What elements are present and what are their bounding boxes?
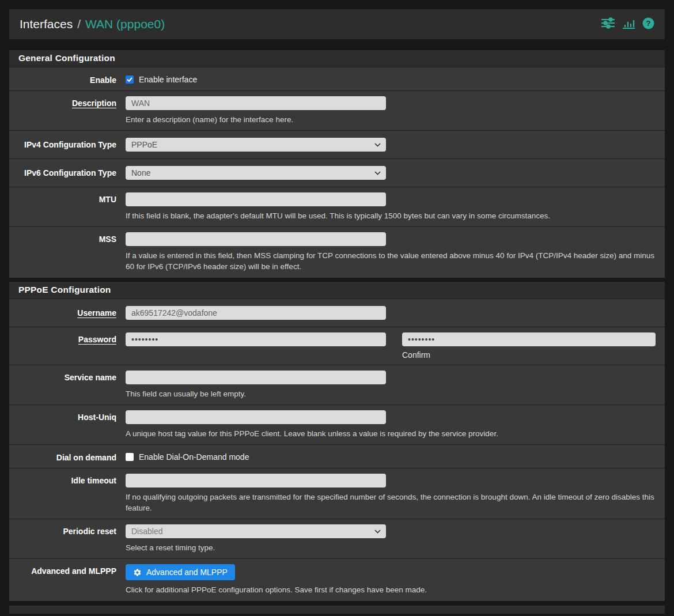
field-label: MTU (9, 192, 126, 221)
breadcrumb-section: Interfaces (20, 17, 73, 31)
row-enable: Enable Enable interface (9, 67, 665, 90)
field-help: If no qualifying outgoing packets are tr… (126, 492, 656, 513)
username-input[interactable] (126, 306, 386, 320)
panel-pppoe-configuration: PPPoE Configuration Username Password Co… (9, 282, 665, 601)
mtu-input[interactable] (126, 192, 386, 206)
advanced-and-mlppp-button[interactable]: Advanced and MLPPP (126, 564, 235, 580)
field-help: If this field is blank, the adapter's de… (126, 210, 656, 221)
button-label: Advanced and MLPPP (146, 568, 228, 577)
bar-chart-icon[interactable] (623, 17, 635, 31)
field-help: Click for additional PPPoE configuration… (126, 584, 656, 595)
sliders-icon[interactable] (601, 17, 615, 31)
next-panel-header-partial (9, 606, 665, 614)
field-help: Enter a description (name) for the inter… (126, 114, 656, 125)
row-host-uniq: Host-Uniq A unique host tag value for th… (9, 405, 665, 444)
panel-general-configuration: General Configuration Enable Enable inte… (9, 50, 665, 278)
header-toolbar: ? (601, 17, 654, 32)
field-label: Password (9, 332, 126, 360)
field-help: This field can usually be left empty. (126, 388, 656, 399)
svg-text:?: ? (646, 19, 651, 28)
ipv4-configuration-type-select[interactable]: PPPoE (126, 138, 386, 152)
host-uniq-input[interactable] (126, 410, 386, 424)
idle-timeout-input[interactable] (126, 474, 386, 487)
row-dial-on-demand: Dial on demand Enable Dial-On-Demand mod… (9, 444, 665, 468)
field-help: A unique host tag value for this PPPoE c… (126, 428, 656, 439)
gear-icon (133, 568, 142, 577)
service-name-input[interactable] (126, 371, 386, 384)
row-ipv4-configuration-type: IPv4 Configuration Type PPPoE (9, 130, 665, 158)
field-help: If a value is entered in this field, the… (126, 250, 656, 272)
row-password: Password Confirm (9, 327, 665, 365)
enable-interface-checkbox[interactable] (126, 75, 134, 84)
field-label: Dial on demand (9, 451, 126, 462)
field-label: Periodic reset (9, 524, 126, 553)
mss-input[interactable] (126, 232, 386, 246)
password-confirm-input[interactable] (402, 332, 656, 346)
field-help: Select a reset timing type. (126, 542, 656, 553)
field-label: Username (9, 306, 126, 320)
checkbox-label: Enable interface (139, 75, 197, 84)
breadcrumb-separator: / (77, 17, 81, 31)
row-mss: MSS If a value is entered in this field,… (9, 226, 665, 277)
password-input[interactable] (126, 332, 386, 346)
confirm-label: Confirm (402, 350, 656, 360)
row-ipv6-configuration-type: IPv6 Configuration Type None (9, 158, 665, 187)
breadcrumb-bar: Interfaces/WAN (pppoe0) (9, 9, 665, 39)
row-service-name: Service name This field can usually be l… (9, 365, 665, 405)
breadcrumb: Interfaces/WAN (pppoe0) (20, 17, 165, 31)
field-label: IPv6 Configuration Type (9, 166, 126, 180)
periodic-reset-select[interactable]: Disabled (126, 524, 386, 538)
field-label: Advanced and MLPPP (9, 564, 126, 595)
field-label: Service name (9, 371, 126, 399)
row-idle-timeout: Idle timeout If no qualifying outgoing p… (9, 468, 665, 519)
field-label: IPv4 Configuration Type (9, 138, 126, 152)
row-mtu: MTU If this field is blank, the adapter'… (9, 187, 665, 226)
field-label: MSS (9, 232, 126, 272)
help-icon[interactable]: ? (642, 17, 654, 32)
panel-title: PPPoE Configuration (9, 282, 665, 299)
breadcrumb-page: WAN (pppoe0) (85, 17, 165, 31)
row-username: Username (9, 299, 665, 327)
field-label: Description (9, 96, 126, 125)
ipv6-configuration-type-select[interactable]: None (126, 166, 386, 180)
row-advanced-and-mlppp: Advanced and MLPPP Advanced and MLPPP Cl… (9, 558, 665, 600)
row-description: Description Enter a description (name) f… (9, 90, 665, 130)
dial-on-demand-checkbox[interactable] (126, 453, 134, 461)
panel-title: General Configuration (9, 50, 665, 67)
field-label: Host-Uniq (9, 410, 126, 439)
page: Interfaces/WAN (pppoe0) (0, 0, 674, 616)
field-label: Idle timeout (9, 474, 126, 513)
checkbox-label: Enable Dial-On-Demand mode (139, 452, 249, 462)
row-periodic-reset: Periodic reset Disabled Select a reset t… (9, 519, 665, 558)
field-label: Enable (9, 73, 126, 85)
description-input[interactable] (126, 96, 386, 110)
